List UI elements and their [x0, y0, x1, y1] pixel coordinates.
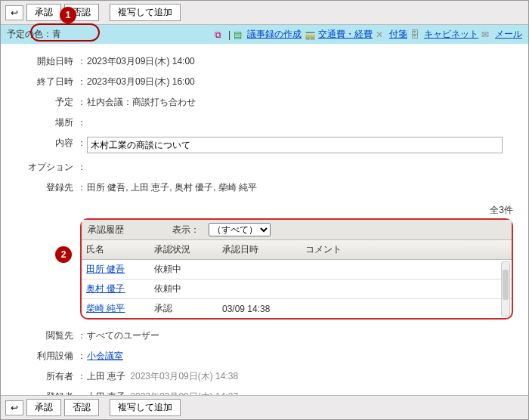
value-start: 2023年03月09日(木) 14:00 — [87, 55, 513, 68]
col-name: 氏名 — [82, 240, 150, 259]
minutes-icon: ▤ — [234, 29, 244, 40]
label-option: オプション — [16, 161, 76, 174]
user-link[interactable]: 奥村 優子 — [86, 283, 125, 294]
label-start: 開始日時 — [16, 55, 76, 68]
mail-link[interactable]: メール — [495, 28, 522, 41]
history-columns: 氏名 承認状況 承認日時 コメント — [82, 240, 512, 260]
label-viewers: 閲覧先 — [16, 329, 76, 342]
top-toolbar: ↩ 承認 否認 複写して追加 — [1, 1, 528, 25]
history-count: 全3件 — [1, 204, 528, 217]
date-cell: 03/09 14:38 — [218, 301, 301, 317]
value-end: 2023年03月09日(木) 16:00 — [87, 76, 513, 88]
col-date: 承認日時 — [218, 240, 301, 259]
user-link[interactable]: 柴崎 純平 — [86, 303, 125, 313]
content-input[interactable] — [87, 137, 503, 153]
table-row: 柴崎 純平 承認 03/09 14:38 — [82, 299, 512, 318]
status-cell: 依頼中 — [150, 260, 218, 279]
facility-link[interactable]: 小会議室 — [87, 351, 123, 361]
approve-button[interactable]: 承認 — [26, 4, 61, 21]
date-cell — [218, 286, 301, 292]
comment-cell — [301, 267, 512, 273]
link-icon: ⧉ — [215, 29, 225, 40]
cabinet-link[interactable]: キャビネット — [424, 28, 478, 41]
bottom-toolbar: ↩ 承認 否認 複写して追加 — [1, 395, 528, 419]
owner-time: 2023年03月09日(木) 14:38 — [130, 371, 238, 381]
color-bar: 予定の色：青 ⧉ | ▤ 議事録の作成 🚃 交通費・経費 ✕ 付箋 🗄 キャビネ… — [1, 25, 528, 44]
colorbar-links: ⧉ | ▤ 議事録の作成 🚃 交通費・経費 ✕ 付箋 🗄 キャビネット ✉ メー… — [215, 28, 522, 41]
table-row: 田所 健吾 依頼中 — [82, 260, 512, 279]
col-status: 承認状況 — [150, 240, 218, 259]
date-cell — [218, 267, 301, 273]
label-owner: 所有者 — [16, 370, 76, 383]
value-assignee: 田所 健吾, 上田 恵子, 奥村 優子, 柴崎 純平 — [87, 181, 513, 194]
sticky-link[interactable]: 付箋 — [389, 28, 407, 41]
table-row: 奥村 優子 依頼中 — [82, 279, 512, 299]
cabinet-icon: 🗄 — [410, 29, 421, 40]
expense-icon: 🚃 — [305, 29, 315, 40]
back-button-bottom[interactable]: ↩ — [5, 400, 23, 415]
history-title: 承認履歴 — [88, 224, 124, 236]
minutes-link[interactable]: 議事録の作成 — [247, 28, 302, 41]
comment-cell — [301, 306, 512, 312]
approval-history-panel: 承認履歴 表示： （すべて） 氏名 承認状況 承認日時 コメント 田所 健吾 依… — [80, 218, 513, 320]
label-content: 内容 — [16, 137, 76, 150]
label-facility: 利用設備 — [16, 350, 76, 363]
col-comment: コメント — [301, 240, 512, 259]
label-end: 終了日時 — [16, 76, 76, 88]
duplicate-button-bottom[interactable]: 複写して追加 — [110, 399, 181, 416]
approve-button-bottom[interactable]: 承認 — [26, 399, 61, 416]
history-filter-label: 表示： — [172, 224, 200, 236]
mail-icon: ✉ — [481, 29, 492, 40]
duplicate-button[interactable]: 複写して追加 — [110, 4, 181, 21]
schedule-color-label: 予定の色：青 — [7, 28, 61, 41]
status-cell: 依頼中 — [150, 279, 218, 298]
history-filter-select[interactable]: （すべて） — [209, 223, 271, 236]
owner-name: 上田 恵子 — [87, 371, 125, 381]
sticky-icon: ✕ — [376, 29, 386, 40]
details-area: 開始日時： 2023年03月09日(木) 14:00 終了日時： 2023年03… — [1, 44, 528, 201]
annotation-marker-2: 2 — [55, 246, 72, 263]
value-plan: 社内会議：商談打ち合わせ — [87, 96, 513, 109]
annotation-marker-1: 1 — [60, 7, 76, 23]
user-link[interactable]: 田所 健吾 — [86, 264, 125, 274]
label-plan: 予定 — [16, 96, 76, 109]
label-place: 場所 — [16, 116, 76, 129]
back-button[interactable]: ↩ — [5, 5, 23, 20]
history-scrollbar[interactable] — [501, 261, 510, 317]
expense-link[interactable]: 交通費・経費 — [318, 28, 373, 41]
value-viewers: すべてのユーザー — [87, 329, 513, 342]
label-assignee: 登録先 — [16, 181, 76, 194]
comment-cell — [301, 286, 512, 292]
status-cell: 承認 — [150, 299, 218, 318]
reject-button-bottom[interactable]: 否認 — [64, 399, 99, 416]
history-body: 田所 健吾 依頼中 奥村 優子 依頼中 柴崎 純平 承認 03/09 14:38 — [82, 260, 512, 318]
